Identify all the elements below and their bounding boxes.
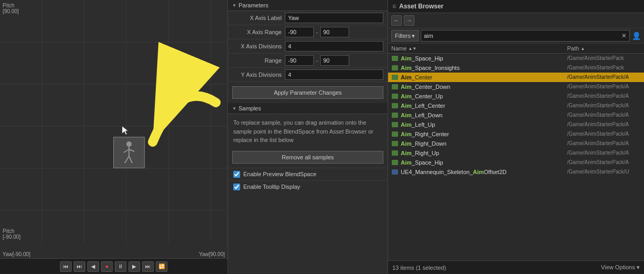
asset-list-item-5[interactable]: Aim_Left_Center/Game/AnimStarterPack/A [388,101,644,110]
parameters-section-header[interactable]: ▼ Parameters [228,0,388,11]
forward-button[interactable]: → [404,15,414,26]
asset-type-icon [391,121,399,128]
step-back-btn[interactable]: ⏭ [74,261,85,272]
asset-name: Aim_Right_Center [401,131,567,137]
asset-list-item-12[interactable]: UE4_Mannequin_Skeleton_AimOffset2D/Game/… [388,167,644,177]
asset-path: /Game/AnimStarterPack/A [567,84,641,89]
parameters-panel: ▼ Parameters X Axis Label X Axis Range -… [227,0,388,274]
asset-type-icon [391,102,399,109]
asset-path: /Game/AnimStarterPack/A [567,74,641,80]
remove-all-samples-button[interactable]: Remove all samples [232,151,383,164]
skip-back-btn[interactable]: ⏮ [60,261,72,272]
cursor-icon [121,125,130,136]
blendspace-editor[interactable]: Pitch [90.00] Pitch[-90.00] Yaw[-90.00] … [0,0,227,274]
back-button[interactable]: ← [391,15,402,26]
path-sort-icon: ▲ [581,46,585,51]
asset-type-icon [391,64,399,72]
asset-list-item-7[interactable]: Aim_Left_Up/Game/AnimStarterPack/A [388,120,644,129]
x-axis-range-inputs: - [285,27,383,37]
asset-browser-footer: 13 items (1 selected) View Options ▾ [388,260,644,274]
enable-tooltip-row: Enable Tooltip Display [228,180,388,193]
search-input[interactable] [421,30,630,42]
samples-section-title: Samples [239,105,261,111]
navigation-bar: ← → [388,13,644,28]
asset-type-icon [391,74,399,81]
step-fwd-btn[interactable]: ⏭ [142,261,154,272]
asset-type-icon [391,149,399,157]
apply-parameter-changes-button[interactable]: Apply Parameter Changes [232,86,383,99]
filter-dropdown-icon: ▾ [412,33,415,39]
y-axis-divisions-label: Y Axis Divisions [232,72,285,78]
collapse-triangle: ▼ [232,3,236,8]
asset-name: UE4_Mannequin_Skeleton_AimOffset2D [401,169,567,175]
path-column-header[interactable]: Path ▲ [567,45,641,52]
asset-type-icon [391,168,399,176]
transport-bar: ⏮ ⏭ ◀ ● ⏸ ▶ ⏭ 🔁 [0,258,227,274]
filters-label: Filters [395,33,411,39]
asset-list-item-11[interactable]: Aim_Space_Hip/Game/AnimStarterPack/A [388,158,644,167]
samples-section-header[interactable]: ▼ Samples [228,103,388,114]
x-axis-label-input[interactable] [285,13,383,23]
samples-description: To replace sample, you can drag animatio… [228,114,388,149]
x-axis-range-min[interactable] [285,27,314,37]
asset-path: /Game/AnimStarterPack/A [567,93,641,99]
enable-preview-label: Enable Preview BlendSpace [243,171,316,177]
asset-type-icon [391,140,399,147]
asset-list-item-3[interactable]: Aim_Center_Down/Game/AnimStarterPack/A [388,82,644,92]
asset-list-item-6[interactable]: Aim_Left_Down/Game/AnimStarterPack/A [388,110,644,120]
x-axis-divisions-input[interactable] [285,41,383,52]
asset-name: Aim_Space_Ironsights [401,65,567,71]
asset-type-icon [391,83,399,90]
y-axis-range-min[interactable] [285,55,314,66]
samples-collapse-triangle: ▼ [232,106,236,111]
cursor-position [121,125,130,137]
sample-thumbnail[interactable] [113,137,145,168]
x-axis-label-label: X Axis Label [232,15,285,21]
asset-path: /Game/AnimStarterPack/A [567,112,641,118]
asset-name: Aim_Left_Down [401,112,567,118]
search-input-wrapper: ✕ [421,30,630,42]
thumbnail-image [114,138,144,167]
name-column-header[interactable]: Name ▲▼ [391,45,567,52]
enable-preview-row: Enable Preview BlendSpace [228,168,388,180]
search-clear-button[interactable]: ✕ [619,32,629,39]
asset-browser-titlebar: ≡ Asset Browser [388,0,644,13]
asset-type-icon [391,93,399,100]
record-btn[interactable]: ● [101,261,113,272]
play-fwd-btn[interactable]: ▶ [128,261,140,272]
asset-name: Aim_Left_Up [401,121,567,128]
pitch-label-top: Pitch [90.00] [3,3,19,14]
filters-button[interactable]: Filters ▾ [391,30,419,42]
asset-list-item-0[interactable]: Aim_Space_Hip/Game/AnimStarterPack [388,54,644,63]
enable-tooltip-checkbox[interactable] [233,184,240,190]
asset-list-item-2[interactable]: Aim_Center/Game/AnimStarterPack/A [388,73,644,82]
play-back-btn[interactable]: ◀ [87,261,99,272]
asset-browser-title: Asset Browser [399,3,443,10]
x-axis-divisions-label: X Axis Divisions [232,43,285,49]
view-options-button[interactable]: View Options ▾ [601,264,640,271]
asset-list-item-9[interactable]: Aim_Right_Down/Game/AnimStarterPack/A [388,139,644,148]
loop-btn[interactable]: 🔁 [156,261,167,272]
parameters-section-title: Parameters [239,2,269,8]
y-axis-range-label: Range [232,57,285,64]
x-axis-range-max[interactable] [320,27,349,37]
y-axis-range-max[interactable] [320,55,349,66]
range-separator: - [316,29,318,35]
asset-name: Aim_Space_Hip [401,159,567,166]
y-axis-range-inputs: - [285,55,383,66]
asset-list-item-10[interactable]: Aim_Right_Up/Game/AnimStarterPack/A [388,148,644,158]
pause-btn[interactable]: ⏸ [115,261,126,272]
asset-path: /Game/AnimStarterPack/A [567,159,641,165]
y-axis-divisions-input[interactable] [285,69,383,80]
asset-name: Aim_Left_Center [401,103,567,109]
enable-preview-checkbox[interactable] [233,171,240,178]
enable-tooltip-label: Enable Tooltip Display [243,184,300,190]
x-axis-range-row: X Axis Range - [228,25,388,39]
asset-browser-panel: ≡ Asset Browser ← → Filters ▾ ✕ 👤 Name ▲… [388,0,644,274]
user-icon[interactable]: 👤 [632,32,641,40]
asset-list[interactable]: Aim_Space_Hip/Game/AnimStarterPackAim_Sp… [388,54,644,260]
asset-list-item-1[interactable]: Aim_Space_Ironsights/Game/AnimStarterPac… [388,63,644,73]
asset-path: /Game/AnimStarterPack [567,65,641,70]
asset-list-item-4[interactable]: Aim_Center_Up/Game/AnimStarterPack/A [388,92,644,101]
asset-list-item-8[interactable]: Aim_Right_Center/Game/AnimStarterPack/A [388,129,644,139]
